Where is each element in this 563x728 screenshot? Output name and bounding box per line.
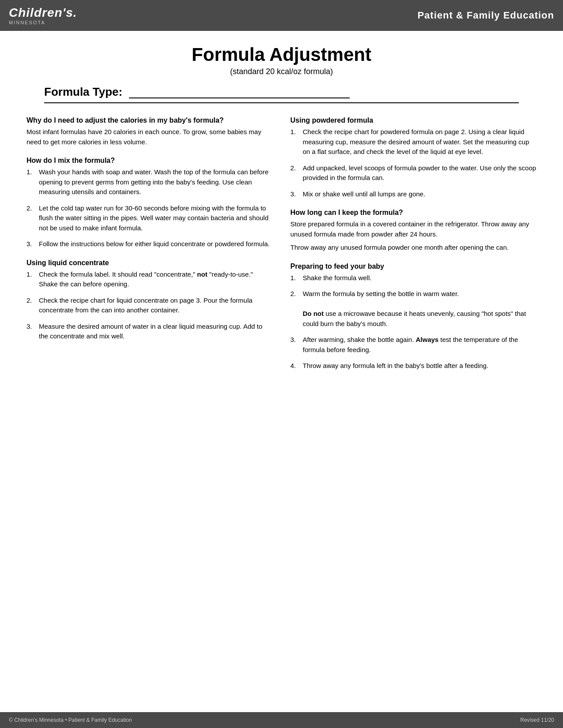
mix-list: 1. Wash your hands with soap and water. … [26,167,273,249]
section-howlong-body2: Throw away any unused formula powder one… [291,243,537,253]
logo-area: Children's. MINNESOTA [9,6,77,25]
list-item: 1. Shake the formula well. [291,273,537,283]
section-why-body: Most infant formulas have 20 calories in… [26,127,273,147]
list-item: 2. Check the recipe chart for liquid con… [26,296,273,315]
page-footer: © Children's Minnesota • Patient & Famil… [0,712,563,728]
list-item: 2. Let the cold tap water run for 30-60 … [26,203,273,233]
liquid-list: 1. Check the formula label. It should re… [26,270,273,341]
main-content: Formula Adjustment (standard 20 kcal/oz … [0,31,563,390]
page-subtitle: (standard 20 kcal/oz formula) [26,67,537,76]
section-feed-heading: Preparing to feed your baby [291,263,537,270]
header-title: Patient & Family Education [417,10,554,21]
formula-type-section: Formula Type: [44,85,519,103]
left-column: Why do I need to adjust the calories in … [26,116,273,377]
powdered-list: 1. Check the recipe chart for powdered f… [291,127,537,199]
formula-type-line [129,90,350,98]
logo-name: Children's. [9,6,77,20]
page-header: Children's. MINNESOTA Patient & Family E… [0,0,563,31]
formula-type-label: Formula Type: [44,85,122,98]
section-howlong-heading: How long can I keep the formula? [291,209,537,217]
page-title: Formula Adjustment [26,44,537,65]
footer-right: Revised 11/20 [520,717,554,723]
list-item: 3. Mix or shake well until all lumps are… [291,189,537,199]
two-column-layout: Why do I need to adjust the calories in … [26,116,537,377]
right-column: Using powdered formula 1. Check the reci… [291,116,537,377]
page-title-section: Formula Adjustment (standard 20 kcal/oz … [26,44,537,76]
list-item: 2. Add unpacked, level scoops of formula… [291,163,537,183]
feed-list: 1. Shake the formula well. 2. Warm the f… [291,273,537,371]
list-item: 1. Check the formula label. It should re… [26,270,273,289]
list-item: 3. After warming, shake the bottle again… [291,335,537,355]
section-why-heading: Why do I need to adjust the calories in … [26,116,273,124]
list-item: 1. Wash your hands with soap and water. … [26,167,273,197]
footer-left: © Children's Minnesota • Patient & Famil… [9,717,132,723]
section-liquid-heading: Using liquid concentrate [26,259,273,267]
list-item: 1. Check the recipe chart for powdered f… [291,127,537,157]
section-powdered-heading: Using powdered formula [291,116,537,124]
list-item: 3. Follow the instructions below for eit… [26,239,273,249]
section-mix-heading: How do I mix the formula? [26,157,273,165]
list-item: 3. Measure the desired amount of water i… [26,322,273,341]
logo-minnesota: MINNESOTA [9,20,45,25]
list-item: 4. Throw away any formula left in the ba… [291,361,537,371]
list-item: 2. Warm the formula by setting the bottl… [291,289,537,329]
section-howlong-body1: Store prepared formula in a covered cont… [291,219,537,239]
